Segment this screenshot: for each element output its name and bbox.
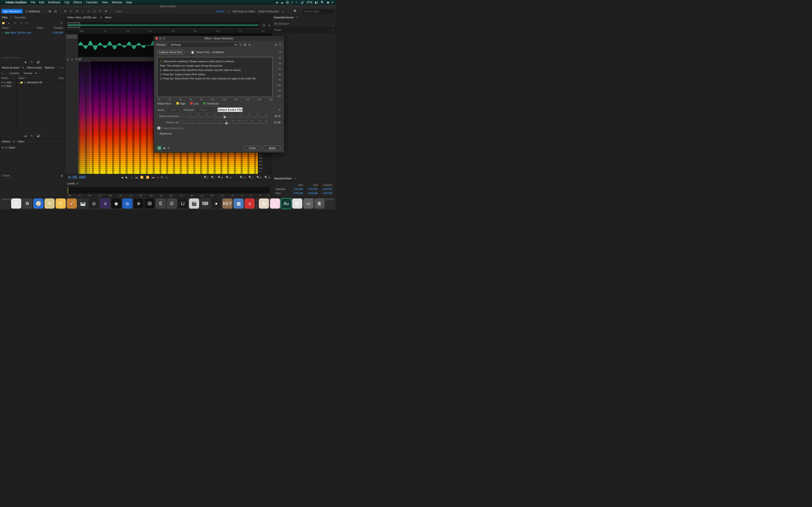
- rb-slider[interactable]: 12345678102030406080100: [182, 120, 268, 125]
- dock-app[interactable]: Au: [281, 199, 291, 209]
- menubar-power-icon[interactable]: ⏻: [286, 1, 289, 4]
- overview-waveform[interactable]: [67, 22, 260, 29]
- mb-contents-select[interactable]: Volumes: [21, 71, 38, 75]
- capture-noise-print-button[interactable]: Capture Noise Print: [156, 50, 185, 54]
- show-pitch-button[interactable]: ▤: [53, 9, 58, 14]
- load-noiseprint-icon[interactable]: ⤓: [187, 51, 189, 54]
- menubar-notifications-icon[interactable]: ≡: [332, 1, 333, 4]
- tab-editor[interactable]: Editor: Mary_NOISE.wav: [67, 16, 97, 19]
- trash-icon[interactable]: 🗑: [61, 174, 63, 177]
- tab-media-browser[interactable]: Media Browser: [2, 66, 19, 69]
- tab-markers[interactable]: Markers: [45, 66, 54, 69]
- next-button[interactable]: ⏭: [152, 176, 154, 179]
- dock-app[interactable]: Ⓦ: [145, 199, 155, 209]
- history-row[interactable]: ▸ ▭ Open: [2, 145, 63, 150]
- reset-curve-icon[interactable]: ↺: [278, 108, 281, 111]
- mb-more-icon[interactable]: »: [62, 66, 63, 69]
- menubar-siri-icon[interactable]: ◉: [327, 1, 329, 4]
- workspace-more-icon[interactable]: »: [282, 10, 284, 13]
- razor-tool[interactable]: ✂: [69, 9, 74, 14]
- zoom-out-point-icon[interactable]: 🔍⇥: [264, 176, 270, 179]
- dock-app[interactable]: 🎸: [67, 199, 77, 209]
- time-selection-tool[interactable]: I: [81, 9, 85, 14]
- loop-icon[interactable]: ↻: [31, 134, 33, 137]
- favorite-preset-icon[interactable]: ★: [248, 43, 251, 46]
- tab-effects-rack[interactable]: Effects Rack: [27, 66, 42, 69]
- show-spectral-button[interactable]: ▦: [47, 9, 52, 14]
- col-status[interactable]: Status: [37, 26, 49, 29]
- dock-app[interactable]: 🗒: [56, 199, 66, 209]
- dock-app[interactable]: ☺: [11, 199, 21, 209]
- menubar-bluetooth-icon[interactable]: ᛒ: [291, 1, 293, 4]
- menubar-cc-icon[interactable]: ☁: [281, 1, 284, 4]
- effect-power-button[interactable]: ⏻: [157, 146, 162, 151]
- timecode-display[interactable]: 0:00.000: [68, 175, 86, 180]
- dock-app[interactable]: ◎: [89, 199, 99, 209]
- menubar-wifi-icon[interactable]: ᯤ: [295, 1, 298, 4]
- slip-tool[interactable]: ⇄: [75, 9, 80, 14]
- loop-button[interactable]: ↻: [161, 176, 163, 179]
- channel-select[interactable]: Channel 1: [197, 108, 215, 112]
- new-multitrack-icon[interactable]: ☷: [13, 21, 17, 24]
- editor-menu-icon[interactable]: ≡: [100, 16, 101, 19]
- autoplay-icon[interactable]: 🔊: [37, 134, 40, 137]
- channel-map-icon[interactable]: ⇄: [275, 43, 277, 46]
- dock-app[interactable]: ⦸: [245, 199, 255, 209]
- zoom-out-icon[interactable]: 🔍-: [211, 176, 215, 179]
- file-row[interactable]: › ⫹⫺ Mary_NOISE.wav 0:08.508: [0, 31, 65, 35]
- tab-mixer[interactable]: Mixer: [105, 16, 112, 19]
- menu-window[interactable]: Window: [112, 1, 122, 4]
- dock-app[interactable]: Lr: [178, 199, 188, 209]
- waveform-mode-button[interactable]: ⫹⫺ Waveform: [1, 9, 23, 13]
- output-noise-checkbox[interactable]: [157, 126, 160, 130]
- menubar-spotlight-icon[interactable]: 🔍: [321, 1, 324, 4]
- mb-fwd-icon[interactable]: ›: [7, 72, 8, 74]
- help-icon[interactable]: ⓘ: [279, 43, 282, 47]
- dock-app[interactable]: 🎬: [189, 199, 199, 209]
- mb-tree-item[interactable]: ▾⇱Shor: [0, 84, 17, 88]
- close-button[interactable]: Close: [243, 146, 261, 151]
- search-help-input[interactable]: [303, 9, 334, 13]
- menu-favorites[interactable]: Favorites: [86, 1, 98, 4]
- selview-menu-icon[interactable]: ≡: [294, 177, 296, 180]
- col-duration[interactable]: Duration: [49, 26, 63, 29]
- preview-loop-button[interactable]: ↻: [167, 147, 170, 150]
- tab-selection-view[interactable]: Selection/View: [274, 177, 292, 180]
- tab-essential-sound[interactable]: Essential Sound: [274, 16, 293, 19]
- files-panel-menu-icon[interactable]: ≡: [10, 16, 12, 18]
- dock-app[interactable]: D: [167, 199, 177, 209]
- invert-button[interactable]: Invert: [114, 9, 124, 13]
- expand-arrow-icon[interactable]: ›: [2, 31, 5, 34]
- heal-tool[interactable]: ✚: [104, 9, 108, 14]
- filter-search-icon[interactable]: ᘐ: [60, 21, 63, 24]
- delete-icon[interactable]: 🗑: [24, 21, 29, 24]
- menu-file[interactable]: File: [31, 1, 35, 4]
- save-preset-icon[interactable]: ⤓: [240, 43, 242, 46]
- dock-app[interactable]: 🧭: [33, 199, 44, 209]
- mb-menu-icon[interactable]: ≡: [22, 66, 24, 69]
- tab-favorites[interactable]: Favorites: [15, 16, 26, 19]
- menubar-volume-icon[interactable]: 🔊: [301, 1, 304, 4]
- selview-view-end[interactable]: 0:08.508: [305, 191, 319, 195]
- view-options-icon[interactable]: ⊞: [261, 24, 266, 27]
- zoom-out-vert-icon[interactable]: 🔍↕-: [248, 176, 254, 179]
- advanced-toggle[interactable]: › Advanced: [154, 131, 284, 136]
- dock-app[interactable]: ◉: [111, 199, 121, 209]
- dock-app[interactable]: E: [156, 199, 166, 209]
- apply-button[interactable]: Apply: [263, 146, 281, 151]
- new-file-icon[interactable]: ▸: [7, 21, 11, 24]
- workspace-edit-audio[interactable]: Edit Audio to Video: [233, 10, 255, 13]
- skip-selection-button[interactable]: ⤡: [165, 176, 168, 179]
- loop-icon[interactable]: ↻: [31, 61, 33, 64]
- spectro-selection[interactable]: [78, 61, 90, 174]
- history-menu-icon[interactable]: ≡: [13, 140, 14, 143]
- menu-effects[interactable]: Effects: [73, 1, 82, 4]
- workspace-default[interactable]: Default: [216, 10, 224, 13]
- rb-value[interactable]: 16 dB: [270, 121, 281, 124]
- zoom-full-icon[interactable]: 🔍⇔: [218, 176, 223, 179]
- prev-button[interactable]: ⏮: [135, 176, 138, 179]
- menu-help[interactable]: Help: [126, 1, 132, 4]
- view-options2-icon[interactable]: ☰: [266, 24, 272, 27]
- dock-app[interactable]: 🎹: [78, 199, 88, 209]
- move-tool[interactable]: ✥: [63, 9, 68, 14]
